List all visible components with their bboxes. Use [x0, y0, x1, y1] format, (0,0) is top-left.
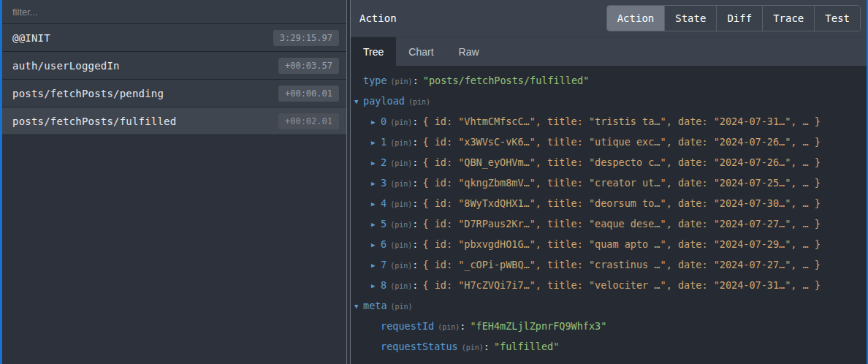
node-key[interactable]: 5 — [381, 218, 387, 230]
tree-node-payload-item[interactable]: ▶5(pin):{ id: "D7RPaus2Kr…", title: "eaq… — [351, 213, 867, 234]
node-preview: { id: "pbxvgdHO1G…", title: "quam apto …… — [422, 238, 821, 250]
node-key[interactable]: 0 — [381, 115, 387, 127]
tree-node-payload[interactable]: ▼payload(pin) — [351, 91, 867, 111]
tab-diff[interactable]: Diff — [716, 6, 762, 31]
tree-node-meta[interactable]: ▼meta(pin) — [351, 295, 867, 316]
node-key[interactable]: 6 — [381, 238, 387, 250]
inspector-tab-group: Action State Diff Trace Test — [606, 5, 861, 31]
node-key[interactable]: 7 — [381, 259, 387, 270]
node-value: "fulfilled" — [494, 341, 559, 352]
pin-button[interactable]: (pin) — [390, 262, 412, 270]
node-preview: { id: "8WyTxdQHX1…", title: "deorsum to…… — [422, 197, 821, 209]
tree-node-payload-item[interactable]: ▶8(pin):{ id: "H7cZVQi7i7…", title: "vel… — [351, 275, 867, 295]
colon: : — [484, 341, 490, 352]
colon: : — [412, 156, 418, 168]
colon: : — [412, 238, 418, 250]
node-key[interactable]: 8 — [381, 279, 387, 291]
colon: : — [412, 259, 418, 270]
node-key[interactable]: 2 — [381, 156, 387, 168]
colon: : — [460, 320, 465, 332]
subtab-chart[interactable]: Chart — [396, 37, 446, 66]
pin-button[interactable]: (pin) — [390, 221, 412, 229]
node-key[interactable]: 1 — [381, 136, 387, 148]
pin-button[interactable]: (pin) — [390, 241, 412, 249]
pin-button[interactable]: (pin) — [462, 344, 484, 352]
expand-arrow-icon[interactable]: ▶ — [371, 194, 375, 214]
colon: : — [412, 218, 418, 230]
node-key: requestId — [381, 320, 434, 332]
node-preview: { id: "VhtmCMfscC…", title: "tristis ta…… — [422, 115, 821, 127]
expand-arrow-icon[interactable]: ▶ — [371, 235, 375, 255]
tree-node-payload-item[interactable]: ▶2(pin):{ id: "QBN_eyOHVm…", title: "des… — [351, 152, 867, 172]
tree-node-payload-item[interactable]: ▶7(pin):{ id: "_cOPi-pWBQ…", title: "cra… — [351, 254, 867, 275]
view-mode-tabs: Tree Chart Raw — [351, 37, 867, 66]
tree-node-request-status: requestStatus(pin):"fulfilled" — [351, 336, 867, 357]
node-value: "fEH4mZLjlZpnrFQ9Whfx3" — [470, 320, 606, 332]
expand-arrow-icon[interactable]: ▶ — [371, 276, 375, 296]
node-preview: { id: "H7cZVQi7i7…", title: "velociter …… — [422, 279, 821, 291]
node-key[interactable]: 3 — [381, 177, 387, 189]
node-key[interactable]: 4 — [381, 197, 387, 209]
pin-button[interactable]: (pin) — [390, 282, 412, 290]
tree-node-payload-item[interactable]: ▶0(pin):{ id: "VhtmCMfscC…", title: "tri… — [351, 111, 867, 132]
expand-arrow-icon[interactable]: ▶ — [371, 132, 375, 153]
node-preview: { id: "D7RPaus2Kr…", title: "eaque dese…… — [422, 218, 821, 230]
tree-node-payload-item[interactable]: ▶4(pin):{ id: "8WyTxdQHX1…", title: "deo… — [351, 193, 867, 213]
inspector-title: Action — [359, 12, 397, 24]
colon: : — [412, 279, 418, 291]
action-name: @@INIT — [12, 32, 50, 44]
tab-trace[interactable]: Trace — [762, 6, 814, 31]
node-preview: { id: "qkngZbm8mV…", title: "creator ut…… — [422, 177, 821, 189]
pin-button[interactable]: (pin) — [408, 98, 430, 106]
pin-button[interactable]: (pin) — [391, 77, 413, 86]
action-time-badge: 3:29:15.97 — [273, 30, 339, 46]
colon: : — [412, 197, 418, 209]
action-list-empty-area — [2, 135, 346, 364]
collapse-arrow-icon[interactable]: ▼ — [354, 296, 358, 316]
action-list-panel: @@INIT 3:29:15.97 auth/userLoggedIn +00:… — [2, 0, 346, 364]
node-preview: { id: "_cOPi-pWBQ…", title: "crastinus …… — [422, 259, 821, 270]
expand-arrow-icon[interactable]: ▶ — [371, 173, 375, 194]
subtab-raw[interactable]: Raw — [446, 37, 492, 66]
action-list-item-selected[interactable]: posts/fetchPosts/fulfilled +00:02.01 — [2, 107, 346, 135]
action-list-item[interactable]: auth/userLoggedIn +00:03.57 — [2, 52, 346, 80]
pin-button[interactable]: (pin) — [390, 180, 412, 188]
expand-arrow-icon[interactable]: ▶ — [371, 112, 375, 132]
node-preview: { id: "x3WVsC-vK6…", title: "utique exc…… — [422, 136, 821, 148]
colon: : — [413, 75, 419, 86]
action-list-item[interactable]: @@INIT 3:29:15.97 — [2, 24, 346, 52]
action-name: auth/userLoggedIn — [12, 60, 120, 72]
inspector-header: Action Action State Diff Trace Test — [351, 0, 867, 37]
expand-arrow-icon[interactable]: ▶ — [371, 255, 375, 276]
action-list-item[interactable]: posts/fetchPosts/pending +00:00.01 — [2, 80, 346, 107]
node-preview: { id: "QBN_eyOHVm…", title: "despecto c…… — [422, 156, 821, 168]
pin-button[interactable]: (pin) — [391, 303, 413, 311]
action-time-badge: +00:02.01 — [278, 113, 339, 129]
action-time-badge: +00:03.57 — [278, 58, 339, 74]
collapse-arrow-icon[interactable]: ▼ — [354, 91, 358, 112]
node-key[interactable]: payload — [363, 95, 405, 107]
colon: : — [412, 115, 418, 127]
inspector-panel: Action Action State Diff Trace Test Tree… — [351, 0, 867, 364]
tree-node-payload-item[interactable]: ▶6(pin):{ id: "pbxvgdHO1G…", title: "qua… — [351, 234, 867, 254]
subtab-tree[interactable]: Tree — [351, 37, 396, 66]
node-key: type — [363, 75, 387, 86]
pin-button[interactable]: (pin) — [390, 139, 412, 147]
tree-node-payload-item[interactable]: ▶1(pin):{ id: "x3WVsC-vK6…", title: "uti… — [351, 132, 867, 152]
node-key[interactable]: meta — [363, 300, 387, 311]
expand-arrow-icon[interactable]: ▶ — [371, 214, 375, 235]
tree-node-payload-item[interactable]: ▶3(pin):{ id: "qkngZbm8mV…", title: "cre… — [351, 172, 867, 193]
pin-button[interactable]: (pin) — [390, 159, 412, 167]
tab-action[interactable]: Action — [607, 6, 665, 31]
pin-button[interactable]: (pin) — [390, 200, 412, 208]
action-time-badge: +00:00.01 — [278, 86, 339, 102]
redux-devtools-inspector: @@INIT 3:29:15.97 auth/userLoggedIn +00:… — [0, 0, 868, 364]
tree-node-request-id: requestId(pin):"fEH4mZLjlZpnrFQ9Whfx3" — [351, 316, 867, 336]
filter-input[interactable] — [2, 0, 346, 23]
pin-button[interactable]: (pin) — [438, 323, 460, 331]
expand-arrow-icon[interactable]: ▶ — [371, 153, 375, 173]
filter-bar — [2, 0, 346, 24]
tab-state[interactable]: State — [664, 6, 716, 31]
tab-test[interactable]: Test — [814, 6, 860, 31]
pin-button[interactable]: (pin) — [390, 118, 412, 126]
